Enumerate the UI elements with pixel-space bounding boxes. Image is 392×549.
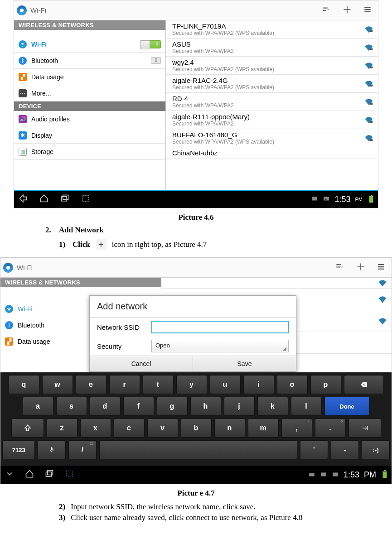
svg-rect-10 (312, 197, 318, 200)
image-icon (332, 472, 339, 478)
ssid-input[interactable] (151, 321, 289, 333)
key-k[interactable]: k (257, 397, 288, 416)
key-u[interactable]: u (210, 375, 241, 394)
bluetooth-icon: ᛒ (19, 57, 27, 65)
home-icon[interactable] (25, 469, 34, 480)
key-h[interactable]: h (190, 397, 221, 416)
network-row[interactable]: ASUSSecured with WPA/WPA2 (166, 39, 378, 57)
key-f[interactable]: f (123, 397, 154, 416)
menu-icon[interactable] (377, 263, 385, 273)
doc-step-3: 3) Click user name already saved, click … (0, 512, 392, 523)
key-done[interactable]: Done (324, 397, 370, 416)
key-d[interactable]: d (90, 397, 121, 416)
sidebar-item-datausage[interactable]: ▞ Data usage (14, 69, 165, 85)
key-backspace[interactable] (344, 375, 384, 394)
svg-rect-8 (63, 195, 68, 200)
key-n[interactable]: n (214, 419, 245, 438)
scan-icon[interactable] (321, 5, 331, 15)
sidebar-item-label: Audio profiles (31, 116, 161, 123)
clock-ampm: PM (364, 470, 376, 480)
top-bar: Wi-Fi (14, 0, 378, 20)
sidebar-item-display[interactable]: ✱ Display (14, 127, 165, 144)
network-row[interactable]: wgy2.4Secured with WPA/WPA2 (WPS availab… (166, 57, 378, 75)
svg-rect-15 (66, 471, 72, 477)
key-o[interactable]: o (277, 375, 308, 394)
network-row[interactable]: ChinaNet-uhbz (166, 147, 378, 159)
key-space[interactable] (99, 440, 297, 459)
key-period[interactable]: .? (315, 419, 346, 438)
key-s[interactable]: s (56, 397, 87, 416)
image-icon[interactable] (323, 195, 330, 204)
key-j[interactable]: j (224, 397, 255, 416)
key-mic[interactable] (38, 440, 66, 459)
key-apostrophe[interactable]: ' (300, 440, 328, 459)
key-t[interactable]: t (143, 375, 174, 394)
sidebar-item-bluetooth[interactable]: ᛒ Bluetooth 0 (14, 53, 165, 69)
home-icon[interactable] (39, 194, 48, 205)
add-icon[interactable] (343, 5, 352, 16)
network-row[interactable]: TP-LINK_F7019ASecured with WPA/WPA2 (WPS… (166, 20, 378, 39)
key-q[interactable]: q (9, 375, 39, 394)
key-m[interactable]: m (248, 419, 279, 438)
wifi-app-icon (3, 263, 13, 273)
key-v[interactable]: v (147, 419, 178, 438)
key-a[interactable]: a (23, 397, 53, 416)
key-comma[interactable]: ,! (281, 419, 312, 438)
svg-rect-3 (370, 84, 373, 87)
sidebar-item-more[interactable]: ⋯ More... (14, 85, 165, 101)
wifi-toggle-on[interactable] (140, 40, 161, 48)
key-c[interactable]: c (114, 419, 145, 438)
screenshot-icon[interactable] (81, 194, 90, 205)
ssid-label: Network SSID (97, 323, 151, 331)
sidebar-item-wifi[interactable]: Wi-Fi (14, 36, 165, 53)
svg-rect-9 (82, 195, 88, 201)
sidebar-item-storage[interactable]: ▥ Storage (14, 144, 165, 160)
menu-icon[interactable] (363, 5, 372, 15)
caption-picture-4-7: Pictur e 4.7 (0, 489, 392, 498)
key-y[interactable]: y (176, 375, 207, 394)
back-icon[interactable] (19, 194, 28, 205)
recent-icon[interactable] (45, 469, 54, 480)
notif-icon[interactable] (311, 195, 318, 204)
key-symbols[interactable]: ?123 (2, 440, 35, 459)
dialog-title: Add network (90, 296, 296, 318)
storage-icon: ▥ (19, 148, 27, 156)
scan-icon[interactable] (334, 263, 344, 273)
key-z[interactable]: z (47, 419, 77, 438)
key-x[interactable]: x (80, 419, 111, 438)
security-select[interactable]: Open (151, 340, 289, 352)
hide-kb-icon[interactable] (5, 469, 14, 480)
key-emoji[interactable]: :-) (362, 440, 390, 459)
battery-icon (382, 471, 387, 478)
on-screen-keyboard: q w e r t y u i o p a s d f g h j k l Do… (0, 372, 392, 466)
sidebar-item-label: Display (31, 132, 161, 139)
bluetooth-icon: ᛒ (5, 321, 13, 329)
screenshot-icon[interactable] (65, 469, 74, 480)
sidebar-item-audio[interactable]: 🔊 Audio profiles (14, 111, 165, 127)
save-button[interactable]: Save (193, 356, 296, 371)
key-r[interactable]: r (109, 375, 140, 394)
add-icon[interactable] (356, 262, 365, 273)
key-slash[interactable]: /@ (68, 440, 97, 459)
svg-rect-17 (321, 472, 326, 476)
key-p[interactable]: p (310, 375, 341, 394)
network-row[interactable]: aigale-R111-pppoe(Mary)Secured with WPA/… (166, 111, 378, 129)
cancel-button[interactable]: Cancel (90, 356, 193, 371)
key-w[interactable]: w (42, 375, 73, 394)
recent-icon[interactable] (60, 194, 69, 205)
key-tab[interactable] (348, 419, 381, 438)
android-navbar: 1:53 PM (14, 190, 378, 208)
key-b[interactable]: b (181, 419, 212, 438)
svg-rect-0 (370, 30, 373, 32)
network-row[interactable]: BUFFALO-161480_GSecured with WPA/WPA2 (W… (166, 129, 378, 147)
signal-lock-icon (364, 62, 373, 70)
security-label: Security (97, 342, 151, 350)
network-row[interactable]: aigale-R1AC-2.4GSecured with WPA/WPA2 (W… (166, 75, 378, 93)
key-shift[interactable] (11, 419, 44, 438)
key-g[interactable]: g (157, 397, 188, 416)
key-e[interactable]: e (76, 375, 106, 394)
key-dash[interactable]: - (331, 440, 359, 459)
key-i[interactable]: i (243, 375, 274, 394)
network-row[interactable]: RD-4Secured with WPA/WPA2 (166, 93, 378, 111)
key-l[interactable]: l (291, 397, 322, 416)
